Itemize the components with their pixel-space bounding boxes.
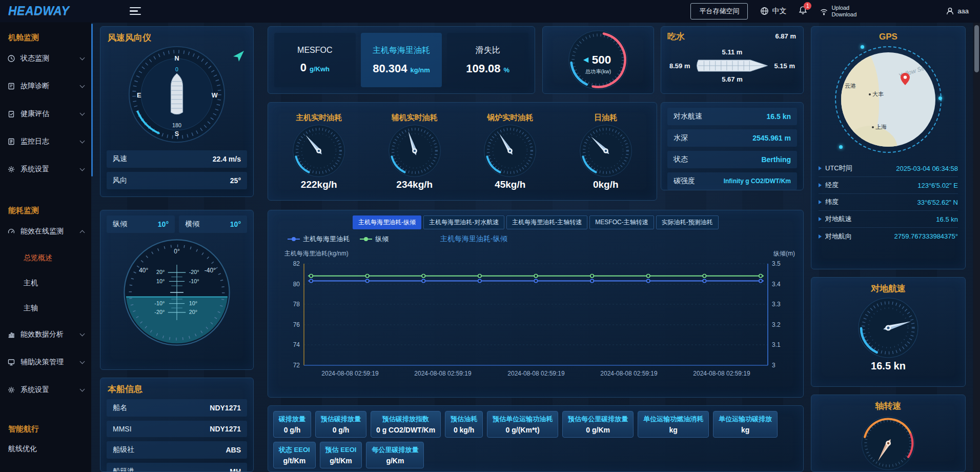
notifications-button[interactable]: 1: [799, 6, 807, 16]
sidebar-scroll-indicator[interactable]: [91, 24, 93, 176]
wind-direction-row: 风向 25°: [107, 172, 247, 189]
sidebar-item-energy-data-analysis[interactable]: 能效数据分析: [0, 321, 91, 348]
gps-map[interactable]: Yellow Sea 云港 大丰 上海: [835, 46, 942, 153]
daily-fuel-gauge-block: 日油耗 0kg/h: [579, 113, 633, 190]
topbar: HEADWAY 平台存储空间 中文 1: [0, 0, 980, 23]
status-row: 状态Berthing: [667, 151, 797, 168]
svg-text:0°: 0°: [174, 248, 180, 255]
total-power-value: 500: [592, 53, 611, 66]
chart-title: 主机每海里油耗-纵倾: [440, 234, 507, 244]
svg-text:-10°: -10°: [189, 278, 199, 284]
svg-text:-20°: -20°: [154, 309, 165, 315]
page-scrollbar[interactable]: [973, 23, 980, 472]
tab-fuel-trim[interactable]: 主机每海里油耗-纵倾: [353, 215, 421, 229]
wind-speed-label: 风速: [113, 154, 127, 164]
user-menu[interactable]: aaa: [946, 7, 969, 15]
stat-carbon-emission: 碳排放量0 g/h: [273, 411, 311, 438]
download-label: Download: [831, 11, 856, 18]
total-power-label: 总功率(kw): [585, 69, 611, 74]
sidebar-item-main-shaft[interactable]: 主轴: [0, 296, 91, 321]
tab-mesfoc-shaft-rpm[interactable]: MESFOC-主轴转速: [589, 215, 654, 229]
ship-icon: [171, 73, 182, 114]
x-tick-label: 2024-08-08 02:59:19: [321, 370, 379, 377]
inclinometer-gauge: 0° 40° -40° 20° 10° -10° -20° -20° -10°: [121, 237, 232, 348]
ground-speed-panel: 对地航速 16.5 kn: [811, 277, 966, 387]
sidebar-item-fault-diagnosis[interactable]: 故障诊断: [0, 72, 91, 100]
navigation-info-panel: 对水航速16.5 kn 水深2545.961 m 状态Berthing 碳强度I…: [661, 102, 804, 190]
y-tick-label: 80: [293, 281, 300, 288]
fuel-per-mile-cell: 主机每海里油耗 80.304kg/nm: [361, 33, 442, 87]
x-tick-label: 2024-08-08 02:59:19: [600, 370, 658, 377]
tab-fuel-water-speed[interactable]: 主机每海里油耗-对水航速: [423, 215, 504, 229]
wind-direction-value: 25°: [230, 176, 241, 185]
slip-ratio-unit: %: [504, 66, 510, 74]
sidebar-item-status-monitoring[interactable]: 状态监测: [0, 45, 91, 72]
legend-marker-icon: [360, 239, 372, 240]
app-root: HEADWAY 平台存储空间 中文 1: [0, 0, 980, 472]
upload-download-button[interactable]: Upload Download: [820, 5, 856, 18]
language-switcher[interactable]: 中文: [760, 7, 786, 16]
svg-text:20°: 20°: [156, 269, 165, 275]
sidebar-item-route-optimization[interactable]: 航线优化: [0, 436, 91, 461]
compass-gauge: N E W S 0 180: [127, 45, 227, 144]
scrollbar-thumb[interactable]: [974, 25, 979, 72]
sidebar-item-main-engine[interactable]: 主机: [0, 270, 91, 296]
stat-est-carbon-per-km: 预估每公里碳排放量0 g/Km: [562, 411, 634, 438]
slip-ratio-value: 109.08: [466, 62, 500, 75]
place-dot-icon: [841, 85, 843, 87]
svg-text:-40°: -40°: [205, 267, 216, 274]
username: aaa: [957, 7, 969, 15]
sidebar-item-monitoring-logs[interactable]: 监控日志: [0, 128, 91, 155]
fuel-gauge: [579, 124, 633, 178]
x-tick-label: 2024-08-08 02:59:19: [414, 370, 472, 377]
y-tick-label: 3.2: [772, 321, 781, 328]
map-place: 上海: [872, 123, 887, 131]
sidebar-item-system-settings-2[interactable]: 系统设置: [0, 376, 91, 404]
legend-item-trim[interactable]: 纵倾: [360, 234, 389, 244]
panel-title-shaft-speed: 轴转速: [875, 395, 902, 412]
water-depth-row: 水深2545.961 m: [667, 129, 797, 147]
ring-dot-icon: [938, 96, 942, 100]
sidebar-item-overview[interactable]: 总览概述: [0, 245, 91, 270]
gps-row-ground-speed: 对地航速16.5 kn: [819, 211, 958, 228]
sidebar-item-system-settings[interactable]: 系统设置: [0, 155, 91, 183]
sidebar-item-decision-support[interactable]: 辅助决策管理: [0, 348, 91, 376]
mesfoc-value: 0: [300, 61, 307, 74]
document-edit-icon: [7, 82, 15, 90]
shaft-speed-panel: 轴转速: [811, 395, 966, 472]
upload-label: Upload: [831, 5, 856, 11]
menu-toggle-icon[interactable]: [130, 7, 141, 15]
total-power-panel: 500 总功率(kw): [542, 26, 654, 94]
svg-text:-10°: -10°: [154, 300, 165, 306]
trim-heel-panel: 纵倾10° 横倾10° 0° 40° -40°: [100, 210, 254, 370]
fuel-per-mile-label: 主机每海里油耗: [373, 45, 430, 56]
draft-below-value: 5.67 m: [722, 75, 742, 83]
draft-panel: 吃水 6.87 m 8.59 m 5.11 m 5.67 m 5.15 m: [661, 26, 804, 94]
gps-panel: GPS Yellow Sea 云港 大丰 上海 UTC时间2025-03-04 …: [811, 26, 966, 269]
compass-zero: 0: [175, 66, 178, 72]
mesfoc-cell: MESFOC 0g/Kwh: [274, 33, 356, 87]
tab-actual-vs-predicted[interactable]: 实际油耗-预测油耗: [656, 215, 719, 229]
panel-title-gps: GPS: [811, 27, 965, 42]
mesfoc-label: MESFOC: [297, 46, 332, 55]
tab-fuel-shaft-rpm[interactable]: 主机每海里油耗-主轴转速: [506, 215, 587, 229]
arrow-icon: [819, 183, 822, 187]
legend-item-fuel[interactable]: 主机每海里油耗: [288, 234, 350, 244]
stat-unit-transport-carbon: 单位运输功碳排放kg: [713, 411, 778, 438]
aux-engine-fuel-gauge-block: 辅机实时油耗 234kg/h: [387, 113, 442, 190]
y-tick-label: 76: [293, 321, 300, 328]
map-circle: Yellow Sea 云港 大丰 上海: [841, 52, 935, 147]
heel-row: 横倾10°: [179, 215, 247, 233]
wind-speed-row: 风速 22.4 m/s: [107, 150, 247, 168]
y-tick-label: 3.4: [772, 281, 781, 288]
sidebar-header-engine-room: 机舱监测: [8, 33, 91, 43]
sidebar-item-health-assessment[interactable]: 健康评估: [0, 100, 91, 128]
line-chart: 82 80 78 76 74 72 3.5 3.4 3.3 3.2 3.1 3 …: [268, 259, 804, 384]
y-tick-label: 78: [293, 301, 300, 308]
y-tick-label: 3: [772, 362, 775, 369]
draft-right-value: 5.15 m: [774, 62, 795, 70]
storage-button[interactable]: 平台存储空间: [690, 3, 748, 19]
trim-row: 纵倾10°: [107, 215, 175, 233]
class-society-row: 船级社ABS: [107, 441, 247, 459]
sidebar-item-energy-online-monitoring[interactable]: 能效在线监测: [0, 218, 91, 245]
